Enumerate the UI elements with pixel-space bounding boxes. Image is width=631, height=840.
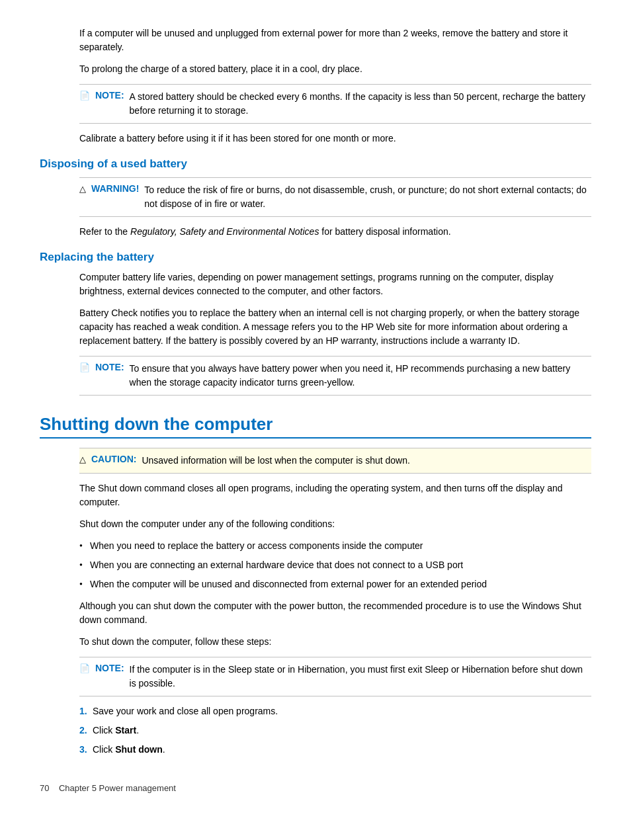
- bullet-item-3: When the computer will be unused and dis…: [79, 577, 591, 591]
- footer-chapter: Chapter 5 Power management: [59, 783, 176, 793]
- section-heading-replacing: Replacing the battery: [40, 251, 591, 264]
- note-box-replacing: 📄 NOTE: To ensure that you always have b…: [79, 356, 591, 396]
- note-label-1: NOTE:: [95, 90, 124, 101]
- step-2-bold: Start: [115, 725, 136, 735]
- note-icon-replacing: 📄: [79, 362, 90, 372]
- step-num-2: 2.: [79, 724, 87, 737]
- shutting-bullet-list: When you need to replace the battery or …: [79, 539, 591, 591]
- shutting-para-2: Shut down the computer under any of the …: [79, 517, 591, 531]
- replacing-para-2: Battery Check notifies you to replace th…: [79, 306, 591, 348]
- shutting-steps-list: 1. Save your work and close all open pro…: [79, 704, 591, 757]
- section-heading-disposing: Disposing of a used battery: [40, 157, 591, 171]
- note-text-1: A stored battery should be checked every…: [130, 90, 591, 118]
- warning-box-disposing: △ WARNING! To reduce the risk of fire or…: [79, 177, 591, 217]
- shutting-para-3: Although you can shut down the computer …: [79, 599, 591, 627]
- bullet-item-1: When you need to replace the battery or …: [79, 539, 591, 553]
- intro-para-1: If a computer will be unused and unplugg…: [79, 26, 591, 54]
- intro-para-3: Calibrate a battery before using it if i…: [79, 132, 591, 146]
- caution-label: CAUTION:: [91, 454, 136, 464]
- shutting-section-2: Although you can shut down the computer …: [79, 599, 591, 696]
- step-3: 3. Click Shut down.: [79, 743, 591, 757]
- disposing-section: △ WARNING! To reduce the risk of fire or…: [79, 177, 591, 239]
- chapter-heading-shutting: Shutting down the computer: [40, 414, 591, 439]
- shutting-para-4: To shut down the computer, follow these …: [79, 635, 591, 649]
- replacing-para-1: Computer battery life varies, depending …: [79, 271, 591, 298]
- step-text-2: Click Start.: [93, 725, 139, 735]
- shutting-para-1: The Shut down command closes all open pr…: [79, 482, 591, 509]
- warning-label: WARNING!: [91, 183, 139, 194]
- page-content: If a computer will be unused and unplugg…: [40, 26, 591, 793]
- replacing-section: Computer battery life varies, depending …: [79, 271, 591, 396]
- note-text-replacing: To ensure that you always have battery p…: [130, 362, 591, 390]
- note-text-shutting: If the computer is in the Sleep state or…: [130, 663, 591, 691]
- note-box-1: 📄 NOTE: A stored battery should be check…: [79, 84, 591, 124]
- regulatory-notice-italic: Regulatory, Safety and Environmental Not…: [130, 226, 319, 237]
- bullet-item-2: When you are connecting an external hard…: [79, 558, 591, 572]
- intro-para-2: To prolong the charge of a stored batter…: [79, 62, 591, 76]
- step-3-bold: Shut down: [115, 744, 163, 755]
- note-icon-shutting: 📄: [79, 663, 90, 673]
- note-label-shutting: NOTE:: [95, 663, 124, 673]
- shutting-section: △ CAUTION: Unsaved information will be l…: [79, 448, 591, 531]
- disposing-para: Refer to the Regulatory, Safety and Envi…: [79, 225, 591, 239]
- caution-icon: △: [79, 454, 86, 464]
- step-1: 1. Save your work and close all open pro…: [79, 704, 591, 718]
- step-num-1: 1.: [79, 704, 87, 718]
- step-text-3: Click Shut down.: [93, 744, 165, 755]
- step-num-3: 3.: [79, 743, 87, 757]
- intro-section: If a computer will be unused and unplugg…: [79, 26, 591, 146]
- warning-text: To reduce the risk of fire or burns, do …: [144, 183, 591, 211]
- note-box-shutting: 📄 NOTE: If the computer is in the Sleep …: [79, 657, 591, 696]
- page-footer: 70 Chapter 5 Power management: [40, 783, 591, 793]
- step-text-1: Save your work and close all open progra…: [93, 706, 278, 716]
- warning-icon: △: [79, 184, 86, 194]
- footer-page-num: 70: [40, 783, 49, 793]
- step-2: 2. Click Start.: [79, 724, 591, 737]
- note-label-replacing: NOTE:: [95, 362, 124, 372]
- caution-box-shutting: △ CAUTION: Unsaved information will be l…: [79, 448, 591, 474]
- caution-text: Unsaved information will be lost when th…: [142, 454, 409, 468]
- note-icon-1: 📄: [79, 91, 90, 101]
